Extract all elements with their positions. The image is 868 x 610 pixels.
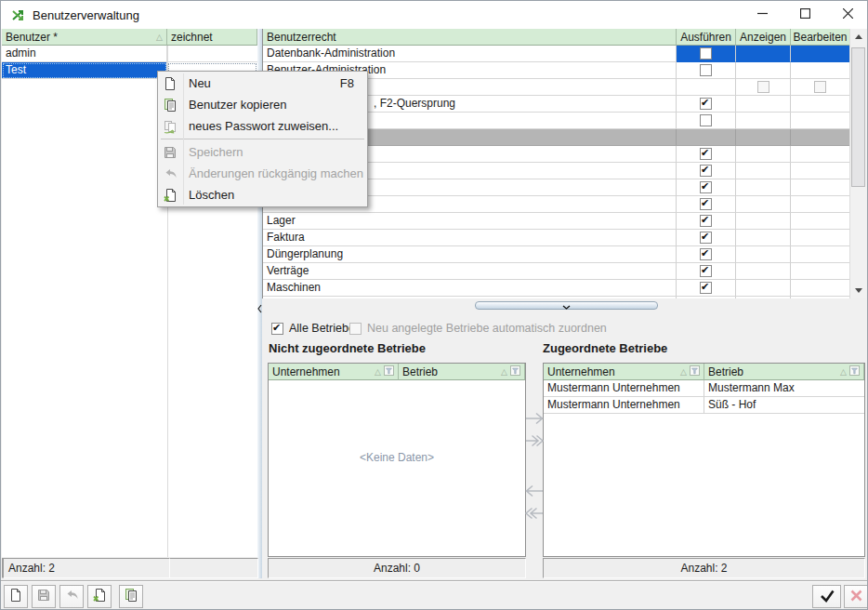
scrollbar-down-button[interactable] [850, 283, 866, 298]
view-cell[interactable] [736, 62, 791, 79]
edit-cell[interactable] [791, 79, 850, 96]
edit-cell[interactable] [791, 179, 850, 196]
close-button[interactable] [826, 1, 868, 29]
view-cell[interactable] [736, 263, 791, 280]
unassigned-column-header-unternehmen[interactable]: Unternehmen △ [269, 364, 399, 380]
execute-checkbox[interactable] [700, 148, 712, 160]
assigned-betrieb-row[interactable]: Mustermann UnternehmenMustermann Max [544, 380, 864, 397]
view-checkbox[interactable] [757, 81, 769, 93]
execute-cell[interactable] [677, 263, 736, 280]
execute-cell[interactable] [677, 96, 736, 113]
execute-cell[interactable] [677, 246, 736, 263]
rights-row[interactable]: Maschinen [263, 280, 850, 297]
filter-icon[interactable] [384, 365, 394, 378]
minimize-button[interactable] [741, 1, 783, 29]
filter-icon[interactable] [849, 365, 860, 378]
execute-checkbox[interactable] [700, 165, 712, 177]
view-cell[interactable] [736, 179, 791, 196]
execute-cell[interactable] [677, 62, 736, 79]
edit-cell[interactable] [791, 146, 850, 163]
move-all-left-button[interactable] [524, 506, 545, 521]
user-row[interactable]: admin [2, 46, 257, 62]
assigned-column-header-unternehmen[interactable]: Unternehmen △ [544, 364, 704, 380]
execute-checkbox[interactable] [700, 47, 712, 60]
cancel-button[interactable] [844, 585, 868, 608]
view-cell[interactable] [736, 129, 791, 146]
assigned-betrieb-row[interactable]: Mustermann UnternehmenSüß - Hof [544, 397, 864, 414]
horizontal-splitter-handle[interactable] [475, 301, 658, 310]
rights-row[interactable]: Lager [263, 213, 850, 230]
edit-cell[interactable] [791, 96, 850, 113]
edit-cell[interactable] [791, 263, 850, 280]
unassigned-column-header-betrieb[interactable]: Betrieb △ [399, 364, 525, 380]
view-cell[interactable] [736, 113, 791, 129]
view-cell[interactable] [736, 230, 791, 246]
move-right-button[interactable] [524, 411, 545, 426]
execute-cell[interactable] [677, 163, 736, 179]
delete-menu-item[interactable]: Löschen [158, 184, 367, 206]
rights-column-header-bearbeiten[interactable]: Bearbeiten [791, 29, 850, 46]
execute-checkbox[interactable] [700, 282, 712, 294]
undo-menu-item[interactable]: Änderungen rückgängig machen [158, 163, 367, 184]
delete-button[interactable] [87, 585, 112, 608]
rights-vertical-scrollbar[interactable] [849, 29, 866, 298]
edit-cell[interactable] [791, 113, 850, 129]
edit-cell[interactable] [791, 163, 850, 179]
view-cell[interactable] [736, 146, 791, 163]
rights-row[interactable]: Verträge [263, 263, 850, 280]
confirm-button[interactable] [812, 585, 841, 608]
rights-row[interactable]: Faktura [263, 230, 850, 246]
execute-cell[interactable] [677, 280, 736, 297]
execute-checkbox[interactable] [700, 198, 712, 210]
filter-icon[interactable] [690, 365, 700, 378]
new-document-menu-item[interactable]: NeuF8 [158, 73, 367, 94]
execute-checkbox[interactable] [700, 98, 712, 110]
view-cell[interactable] [736, 280, 791, 297]
rights-column-header-ausfuehren[interactable]: Ausführen [677, 29, 736, 46]
edit-cell[interactable] [791, 213, 850, 230]
move-left-button[interactable] [524, 484, 545, 498]
new-document-button[interactable] [4, 585, 28, 608]
rights-row[interactable]: Datenbank-Administration [263, 46, 850, 62]
execute-checkbox[interactable] [700, 215, 712, 227]
save-menu-item[interactable]: Speichern [158, 141, 367, 163]
execute-cell[interactable] [677, 79, 736, 96]
rights-row[interactable]: Düngerplanung [263, 246, 850, 263]
scrollbar-thumb[interactable] [851, 47, 865, 187]
users-column-header-zeichnet[interactable]: zeichnet [167, 29, 257, 46]
execute-cell[interactable] [677, 179, 736, 196]
move-all-right-button[interactable] [524, 433, 545, 448]
edit-cell[interactable] [791, 129, 850, 146]
execute-checkbox[interactable] [700, 114, 712, 126]
view-cell[interactable] [736, 246, 791, 263]
execute-checkbox[interactable] [700, 181, 712, 193]
execute-cell[interactable] [677, 46, 736, 62]
scrollbar-up-button[interactable] [850, 29, 866, 45]
execute-cell[interactable] [677, 113, 736, 129]
assign-password-menu-item[interactable]: neues Passwort zuweisen... [158, 115, 367, 137]
save-button[interactable] [32, 585, 56, 608]
copy-user-menu-item[interactable]: Benutzer kopieren [158, 94, 367, 115]
view-cell[interactable] [736, 96, 791, 113]
view-cell[interactable] [736, 196, 791, 213]
edit-cell[interactable] [791, 246, 850, 263]
view-cell[interactable] [736, 79, 791, 96]
rights-column-header-anzeigen[interactable]: Anzeigen [736, 29, 791, 46]
view-cell[interactable] [736, 213, 791, 230]
view-cell[interactable] [736, 46, 791, 62]
execute-cell[interactable] [677, 196, 736, 213]
execute-checkbox[interactable] [700, 248, 712, 260]
edit-cell[interactable] [791, 46, 850, 62]
execute-cell[interactable] [677, 129, 736, 146]
edit-checkbox[interactable] [814, 81, 826, 93]
undo-button[interactable] [59, 585, 84, 608]
edit-cell[interactable] [791, 196, 850, 213]
edit-cell[interactable] [791, 62, 850, 79]
copy-button[interactable] [119, 585, 143, 608]
execute-cell[interactable] [677, 230, 736, 246]
users-column-header-benutzer[interactable]: Benutzer * △ [2, 29, 167, 46]
assigned-column-header-betrieb[interactable]: Betrieb △ [704, 364, 864, 380]
execute-cell[interactable] [677, 146, 736, 163]
maximize-button[interactable] [783, 1, 826, 29]
view-cell[interactable] [736, 163, 791, 179]
